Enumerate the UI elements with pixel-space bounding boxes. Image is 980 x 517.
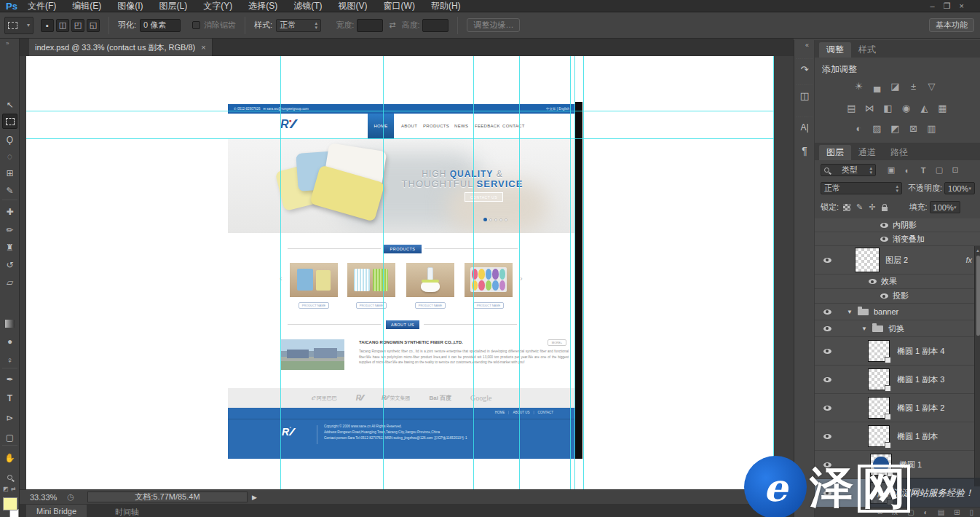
brightness-contrast-icon[interactable]: ☀: [850, 81, 868, 92]
path-selection-tool[interactable]: ⊳: [2, 410, 17, 425]
history-panel-icon[interactable]: ↷: [797, 62, 813, 76]
type-tool[interactable]: T: [2, 390, 17, 406]
menu-type[interactable]: 文字(Y): [203, 0, 232, 12]
zoom-level[interactable]: 33.33%: [30, 493, 57, 502]
foreground-color-swatch[interactable]: [3, 497, 17, 510]
healing-brush-tool[interactable]: ✚: [2, 204, 17, 219]
threshold-icon[interactable]: ◩: [886, 123, 904, 134]
layer-effects-header-row[interactable]: 效果: [815, 275, 980, 289]
eye-icon[interactable]: [823, 326, 831, 331]
eye-icon[interactable]: [880, 293, 888, 299]
scrubby-zoom-icon[interactable]: ◷: [67, 492, 74, 502]
tab-mini-bridge[interactable]: Mini Bridge: [26, 505, 87, 517]
height-input[interactable]: [422, 19, 448, 32]
new-adjustment-icon[interactable]: ◐: [924, 508, 928, 516]
brush-tool[interactable]: ✏: [2, 222, 17, 237]
opacity-value[interactable]: 100%▾: [944, 182, 975, 194]
photo-filter-icon[interactable]: ◉: [897, 103, 915, 114]
eye-icon[interactable]: [823, 258, 831, 263]
tab-styles[interactable]: 样式: [851, 42, 883, 58]
menu-layer[interactable]: 图层(L): [159, 0, 188, 12]
menu-view[interactable]: 视图(V): [339, 0, 368, 12]
eraser-tool[interactable]: ▱: [2, 275, 17, 290]
workspace-button[interactable]: 基本功能: [929, 18, 974, 32]
toolbar-collapse-icon[interactable]: »: [6, 40, 9, 47]
tab-channels[interactable]: 通道: [851, 145, 883, 160]
selective-color-icon[interactable]: ⊠: [904, 123, 922, 134]
color-balance-icon[interactable]: ⋈: [861, 103, 879, 114]
layer-effect-row[interactable]: 投影: [815, 289, 980, 304]
style-select[interactable]: 正常▴▾: [276, 19, 321, 32]
layer-row[interactable]: 椭圆 1 副本 4: [815, 337, 980, 366]
properties-panel-icon[interactable]: ◫: [797, 88, 813, 103]
selection-mode-new[interactable]: ▪: [41, 19, 54, 32]
menu-window[interactable]: 窗口(W): [384, 0, 415, 12]
new-group-icon[interactable]: ▤: [938, 508, 944, 516]
menu-help[interactable]: 帮助(H): [431, 0, 461, 12]
filter-adjustment-layers-icon[interactable]: ◐: [899, 166, 915, 175]
menu-select[interactable]: 选择(S): [248, 0, 277, 12]
tab-timeline[interactable]: 时间轴: [115, 507, 139, 517]
eye-icon[interactable]: [823, 349, 831, 354]
filter-pixel-layers-icon[interactable]: ▣: [883, 165, 899, 175]
tab-paths[interactable]: 路径: [883, 145, 915, 160]
delete-layer-icon[interactable]: ▯: [969, 508, 973, 516]
document-tab[interactable]: index.psd @ 33.3% (contact us 副本, RGB/8)…: [29, 39, 213, 56]
color-lookup-icon[interactable]: ▦: [933, 103, 952, 114]
dodge-tool[interactable]: ♀: [2, 352, 17, 368]
menu-file[interactable]: 文件(F): [28, 0, 56, 12]
menu-edit[interactable]: 编辑(E): [72, 0, 101, 12]
eye-icon[interactable]: [823, 309, 831, 315]
layer-row[interactable]: 椭圆 1 副本: [815, 422, 980, 451]
vibrance-icon[interactable]: ▽: [922, 81, 941, 92]
tab-adjustments[interactable]: 调整: [819, 42, 851, 58]
dock-collapse-icon[interactable]: «: [805, 42, 809, 49]
pen-tool[interactable]: ✒: [2, 371, 17, 387]
levels-icon[interactable]: ▄: [868, 81, 886, 92]
paragraph-panel-icon[interactable]: ¶: [797, 143, 813, 158]
selection-mode-add[interactable]: ◫: [56, 19, 69, 32]
black-white-icon[interactable]: ◧: [879, 103, 897, 114]
layers-scrollbar[interactable]: ▲: [974, 246, 980, 486]
eyedropper-tool[interactable]: ✎: [2, 183, 17, 198]
blend-mode-select[interactable]: 正常▴▾: [821, 182, 902, 194]
hand-tool[interactable]: ✋: [2, 450, 17, 465]
default-colors-icon[interactable]: ◩: [3, 486, 9, 492]
curves-icon[interactable]: ◪: [886, 81, 904, 92]
layer-row[interactable]: 椭圆 1 副本 3: [815, 366, 980, 394]
fill-value[interactable]: 100%▾: [930, 201, 960, 213]
restore-button[interactable]: ❐: [944, 1, 960, 11]
swap-colors-icon[interactable]: ⇄: [11, 486, 16, 492]
history-brush-tool[interactable]: ↺: [2, 257, 17, 272]
new-layer-icon[interactable]: ⊞: [954, 508, 960, 516]
close-button[interactable]: ×: [960, 1, 973, 10]
quick-selection-tool[interactable]: ◌: [2, 149, 17, 164]
channel-mixer-icon[interactable]: ◭: [915, 103, 933, 114]
swap-dimensions-icon[interactable]: ⇄: [389, 20, 395, 30]
feather-input[interactable]: 0 像素: [140, 19, 181, 32]
filter-type-layers-icon[interactable]: T: [915, 166, 931, 175]
layer-row[interactable]: 椭圆 1 副本 2: [815, 394, 980, 422]
document-info[interactable]: 文档:5.77M/85.4M: [87, 492, 248, 502]
width-input[interactable]: [357, 19, 383, 32]
layer-row[interactable]: 图层 2 fx: [815, 246, 980, 275]
layer-filter-kind-select[interactable]: 类型▴▾: [821, 164, 876, 176]
minimize-button[interactable]: –: [930, 1, 944, 10]
lasso-tool[interactable]: Ϙ: [2, 132, 17, 147]
antialias-checkbox[interactable]: [192, 21, 200, 29]
eye-icon[interactable]: [823, 377, 831, 382]
selection-mode-intersect[interactable]: ◱: [87, 19, 100, 32]
lock-paint-icon[interactable]: ✎: [856, 202, 863, 212]
layer-group-row[interactable]: ▼ 切换: [815, 320, 980, 337]
layer-group-row[interactable]: ▼ banner: [815, 304, 980, 320]
tool-preset-picker[interactable]: ▾: [4, 17, 33, 34]
expand-triangle-icon[interactable]: ▼: [847, 309, 853, 315]
fx-badge[interactable]: fx: [965, 256, 972, 264]
filter-shape-layers-icon[interactable]: ▢: [931, 165, 947, 175]
status-options-arrow[interactable]: ▶: [252, 494, 257, 501]
eye-icon[interactable]: [823, 434, 831, 439]
crop-tool[interactable]: ⊞: [2, 165, 17, 181]
eye-icon[interactable]: [869, 279, 877, 284]
scrollbar-thumb[interactable]: [976, 256, 980, 336]
menu-image[interactable]: 图像(I): [117, 0, 143, 12]
